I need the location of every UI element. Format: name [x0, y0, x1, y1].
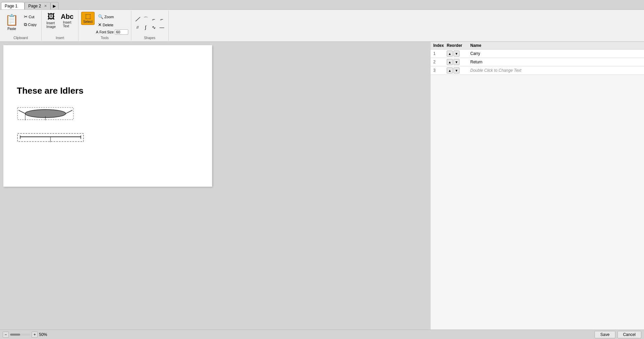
zoom-in-button[interactable]: + — [32, 332, 38, 338]
col-header-index: Index — [433, 43, 447, 48]
row3-up-button[interactable]: ▲ — [447, 67, 453, 73]
shape-wave-btn[interactable]: ∿ — [150, 24, 158, 31]
zoom-out-button[interactable]: − — [3, 332, 9, 338]
insert-label: Insert — [42, 36, 78, 40]
shape-slash2-btn[interactable]: // — [134, 24, 141, 31]
shape-dash-btn[interactable]: — — [158, 24, 166, 31]
insert-text-label: InsertText — [63, 21, 71, 28]
paste-label: Paste — [7, 27, 16, 31]
shape-bracket-btn[interactable]: ⌐ — [158, 16, 166, 23]
row1-index: 1 — [433, 51, 447, 56]
col-header-name: Name — [470, 43, 641, 48]
cut-button[interactable]: ✂ Cut — [22, 13, 39, 20]
font-size-row: A Font Size 60 — [96, 29, 128, 35]
tab-page2[interactable]: Page 2 ✕ — [25, 2, 50, 9]
row3-name[interactable]: Double Click to Change Text — [470, 68, 641, 73]
copy-button[interactable]: ⧉ Copy — [22, 21, 39, 28]
main-area: These are Idlers — [0, 42, 644, 330]
copy-icon: ⧉ — [24, 22, 27, 27]
tab-page2-label: Page 2 — [28, 4, 41, 8]
zoom-button[interactable]: 🔍 Zoom — [96, 13, 128, 20]
add-tab-button[interactable]: ▶ — [50, 2, 59, 9]
cancel-button[interactable]: Cancel — [617, 331, 641, 338]
insert-image-icon: 🖼 — [47, 13, 55, 21]
zoom-label: Zoom — [104, 15, 114, 19]
delete-button[interactable]: ✕ Delete — [96, 21, 128, 28]
svg-line-2 — [66, 110, 72, 114]
status-right: Save Cancel — [595, 331, 641, 338]
row1-reorder: ▲ ▼ — [447, 51, 470, 57]
shapes-grid: ╱ ⌒ ⌐ ⌐ // ∫ ∿ — — [134, 16, 166, 31]
save-button[interactable]: Save — [595, 331, 615, 338]
shapes-label: Shapes — [131, 36, 168, 40]
toolbar: 📋 Paste ✂ Cut ⧉ Copy Clipboard 🖼 InsertI… — [0, 9, 644, 42]
toolbar-insert: 🖼 InsertImage Abc InsertText Insert — [42, 10, 79, 41]
select-label: Select — [83, 20, 93, 24]
shape-diagonal-btn[interactable]: ╱ — [133, 14, 142, 24]
row1-name: Carry — [470, 51, 641, 56]
right-panel: Index Reorder Name 1 ▲ ▼ Carry 2 ▲ ▼ Ret… — [430, 42, 644, 330]
carry-idler-svg — [17, 103, 74, 123]
canvas-content: These are Idlers — [3, 45, 212, 159]
shape-rect1-btn[interactable]: ⌐ — [150, 16, 158, 23]
shape-arc-btn[interactable]: ⌒ — [142, 16, 149, 23]
insert-image-button[interactable]: 🖼 InsertImage — [44, 12, 58, 30]
cut-label: Cut — [29, 15, 34, 19]
add-tab-icon: ▶ — [53, 4, 56, 8]
tabs-bar: Page 1 Page 2 ✕ ▶ — [0, 0, 644, 9]
zoom-slider[interactable] — [10, 334, 30, 336]
row3-down-button[interactable]: ▼ — [453, 67, 460, 73]
insert-text-icon: Abc — [61, 13, 73, 20]
tab-page1-label: Page 1 — [5, 4, 18, 8]
delete-label: Delete — [103, 23, 113, 27]
col-header-reorder: Reorder — [447, 43, 470, 48]
shape-integral-btn[interactable]: ∫ — [142, 24, 149, 31]
cut-icon: ✂ — [24, 14, 28, 19]
row1-down-button[interactable]: ▼ — [453, 51, 460, 57]
font-size-icon: A — [96, 30, 98, 34]
zoom-level-label: 50% — [39, 332, 47, 337]
idler-carry-drawing — [17, 103, 199, 124]
copy-label: Copy — [28, 23, 37, 27]
return-idler-svg — [17, 131, 84, 144]
paste-icon: 📋 — [5, 13, 19, 26]
row2-index: 2 — [433, 60, 447, 64]
zoom-slider-fill — [10, 334, 20, 336]
row2-reorder: ▲ ▼ — [447, 59, 470, 65]
insert-text-button[interactable]: Abc InsertText — [59, 12, 75, 29]
idler-return-drawing — [17, 131, 199, 145]
insert-image-label: InsertImage — [46, 21, 56, 29]
canvas-title: These are Idlers — [17, 86, 202, 96]
svg-line-1 — [19, 110, 25, 114]
clipboard-label: Clipboard — [0, 36, 41, 40]
status-left: − + 50% — [3, 332, 592, 338]
toolbar-clipboard: 📋 Paste ✂ Cut ⧉ Copy Clipboard — [0, 10, 42, 41]
panel-row-1: 1 ▲ ▼ Carry — [431, 50, 644, 58]
tools-label: Tools — [78, 36, 131, 40]
panel-header: Index Reorder Name — [431, 42, 644, 50]
tab-page2-close[interactable]: ✕ — [44, 4, 47, 8]
toolbar-tools: ⬚ Select 🔍 Zoom ✕ Delete A Font Size 60 — [78, 10, 131, 41]
row1-up-button[interactable]: ▲ — [447, 51, 453, 57]
font-size-label: Font Size — [99, 30, 113, 34]
panel-row-2: 2 ▲ ▼ Return — [431, 58, 644, 66]
row3-index: 3 — [433, 68, 447, 73]
row2-name: Return — [470, 60, 641, 64]
row2-down-button[interactable]: ▼ — [453, 59, 460, 65]
tab-page1[interactable]: Page 1 — [1, 2, 25, 9]
panel-row-3: 3 ▲ ▼ Double Click to Change Text — [431, 66, 644, 75]
font-size-input[interactable]: 60 — [115, 29, 128, 35]
zoom-icon: 🔍 — [98, 14, 103, 19]
select-button[interactable]: ⬚ Select — [81, 12, 95, 25]
toolbar-shapes: ╱ ⌒ ⌐ ⌐ // ∫ ∿ — Shapes — [131, 10, 169, 41]
row3-reorder: ▲ ▼ — [447, 67, 470, 73]
delete-icon: ✕ — [98, 22, 102, 27]
status-bar: − + 50% Save Cancel — [0, 330, 644, 339]
canvas-page: These are Idlers — [3, 45, 212, 187]
row2-up-button[interactable]: ▲ — [447, 59, 453, 65]
paste-button[interactable]: 📋 Paste — [3, 12, 21, 32]
canvas-wrapper[interactable]: These are Idlers — [0, 42, 430, 330]
cut-copy-buttons: ✂ Cut ⧉ Copy — [22, 12, 39, 28]
select-icon: ⬚ — [85, 13, 91, 19]
